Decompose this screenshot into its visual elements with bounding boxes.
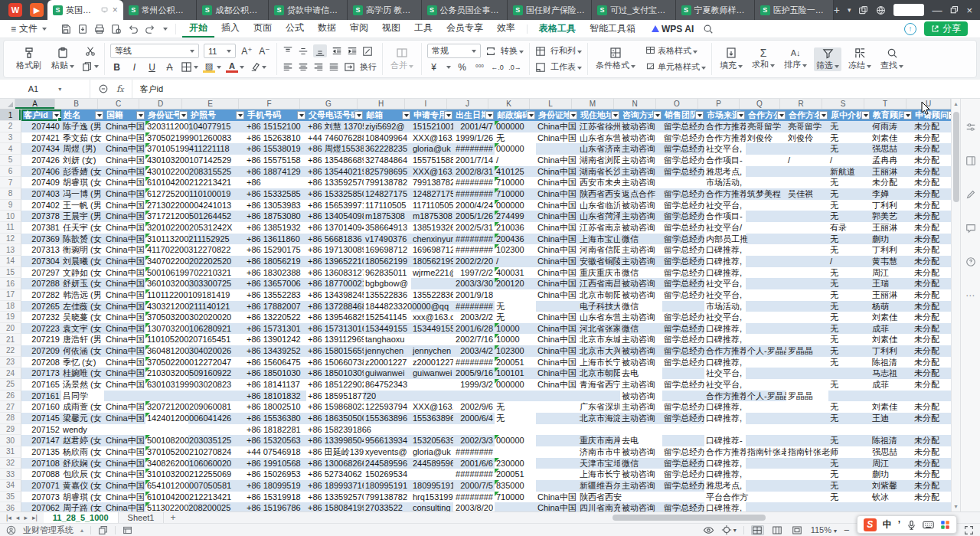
cell-M14[interactable]: 安徽省铜陵 [578,256,620,267]
cell-L36[interactable]: China中国 [536,502,578,511]
row-header-14[interactable]: 14 [0,256,21,267]
cell-D9[interactable]: 271302200004241013 [145,200,188,211]
cell-K13[interactable]: 102300 [495,244,536,256]
cell-U4[interactable]: 未分配 [913,143,951,155]
cell-F35[interactable]: +86 15319918 [245,492,306,503]
normal-view-button[interactable] [751,525,764,535]
cell-G16[interactable]: +86 1877000215 [306,278,364,289]
cell-T5[interactable]: 孟冉冉 [871,155,913,166]
cell-A19[interactable]: 207232 [21,312,61,323]
cell-R26[interactable]: 罗晶晶 [786,391,828,402]
cell-S27[interactable]: 无 [828,401,871,413]
cell-S7[interactable]: 无 [828,177,871,188]
cell-Q3[interactable]: 刘俊伶 [746,132,786,144]
cell-J12[interactable]: ######## [453,234,495,245]
cell-T6[interactable]: 王丽淋 [871,166,913,178]
cell-Q25[interactable] [746,379,786,391]
cell-F15[interactable]: +86 18302388 [245,267,306,279]
cell-B9[interactable]: 王一帆 (男 [61,200,104,211]
cell-Q7[interactable] [746,177,786,188]
cell-D32[interactable]: 340826200106060020 [145,458,188,469]
cell-T28[interactable]: 王迪 [871,413,913,424]
cell-P34[interactable]: 雅思考点, [704,480,746,492]
cell-L20[interactable]: China中国 [536,323,578,335]
cell-O34[interactable]: 留学总经办 [662,480,704,492]
keyboard-icon[interactable] [923,520,934,530]
cell-G9[interactable]: +86 1565399710 [306,200,364,211]
cell-S33[interactable]: 无 [828,469,871,480]
cell-N6[interactable]: 主动咨询 [620,166,662,178]
cell-P17[interactable]: 社交平台, [704,289,746,301]
cell-Q15[interactable] [746,267,786,279]
cell-B25[interactable]: 汤景然 (女 [61,379,104,391]
select-all-corner[interactable] [0,99,15,109]
merge-indent-icon[interactable] [344,61,355,73]
cell-J8[interactable]: ######## [453,188,495,200]
cell-G6[interactable]: +86 1354402198 [306,166,364,178]
file-tab[interactable]: S高学历 教授.xlsx [348,0,421,20]
cell-L23[interactable]: China中国 [536,357,578,368]
cell-T29[interactable] [871,424,913,436]
cell-B22[interactable]: 何依涵 (女 [61,345,104,357]
column-header-M[interactable]: M [572,99,614,109]
cell-U5[interactable]: 未分配 [913,155,951,166]
worksheet-button[interactable]: 工作表 [550,61,582,73]
menu-item[interactable]: 效率 [490,20,522,38]
cell-O12[interactable]: 留学总经办 [662,234,704,245]
column-header-E[interactable]: E [182,99,239,109]
cell-T24[interactable]: 马志祖 [871,368,913,379]
quickbar-dropdown-icon[interactable] [163,28,168,31]
cell-L8[interactable]: China中国 [536,188,578,200]
cell-J18[interactable]: ######## [453,301,495,312]
cell-J33[interactable]: ######## [453,469,495,480]
cell-T21[interactable]: 刘素佳 [871,334,913,345]
cell-Q6[interactable] [746,166,786,178]
cell-D30[interactable]: 500108200203035125 [145,435,188,446]
cell-M22[interactable]: 北京市大兴 [578,345,620,357]
borders-icon[interactable] [181,61,192,73]
cell-T16[interactable]: 王瑞 [871,278,913,289]
cell-U33[interactable]: 未分配 [913,469,951,480]
cell-C22[interactable]: China中国 [104,345,145,357]
cell-G2[interactable]: +86 刘慧 137052 [306,121,364,132]
cell-T3[interactable]: 刘素佳 [871,132,913,144]
cell-K25[interactable]: 000000 [495,379,536,391]
cell-A6[interactable]: 207406 [21,166,61,178]
font-size-select[interactable]: 11 [204,44,236,58]
rotate-text-icon[interactable] [362,46,373,57]
header-cell-S1[interactable]: 原中介机 [828,109,871,121]
new-tab-button[interactable]: + [834,4,840,16]
cell-B4[interactable]: 周煜 (男) [61,143,104,155]
cell-C5[interactable]: China中国 [104,155,145,166]
cell-P9[interactable]: 社交平台, [704,200,746,211]
cell-L26[interactable] [536,391,578,402]
cell-O8[interactable]: 留学总经办 [662,188,704,200]
cell-L24[interactable]: China中国 [536,368,578,379]
cell-B13[interactable]: 衡琬明 (女 [61,244,104,256]
cell-F29[interactable]: +86 18182281 [245,424,306,436]
cell-A35[interactable]: 207073 [21,492,61,503]
column-header-F[interactable]: F [239,99,300,109]
freeze-button[interactable]: 冻结 [846,47,874,71]
cell-K21[interactable]: 10000 [495,334,536,345]
cell-U28[interactable]: 未分配 [913,413,951,424]
cell-T20[interactable]: 成菲 [871,323,913,335]
cell-L31[interactable] [536,446,578,458]
cell-I33[interactable] [411,469,453,480]
cell-P28[interactable]: 口碑推荐, [704,413,746,424]
cell-I11[interactable]: 138519326 [411,222,453,234]
conditional-format-button[interactable]: 条件格式 [593,47,638,71]
cell-T17[interactable]: 王丽淋 [871,289,913,301]
cell-K2[interactable]: 000000 [495,121,536,132]
cell-Q18[interactable] [746,301,786,312]
cell-F36[interactable]: +86 15196786 [245,502,306,511]
cell-U15[interactable]: 未分配 [913,267,951,279]
column-header-L[interactable]: L [530,99,572,109]
cell-U3[interactable]: 未分配 [913,132,951,144]
menu-item[interactable]: 工具 [407,20,439,38]
cell-T34[interactable]: 刘紫馨 [871,480,913,492]
cell-S8[interactable]: 无 [828,188,871,200]
cell-N25[interactable]: 主动咨询 [620,379,662,391]
cell-D7[interactable]: 610104200212213421 [145,177,188,188]
cell-S23[interactable]: 无 [828,357,871,368]
